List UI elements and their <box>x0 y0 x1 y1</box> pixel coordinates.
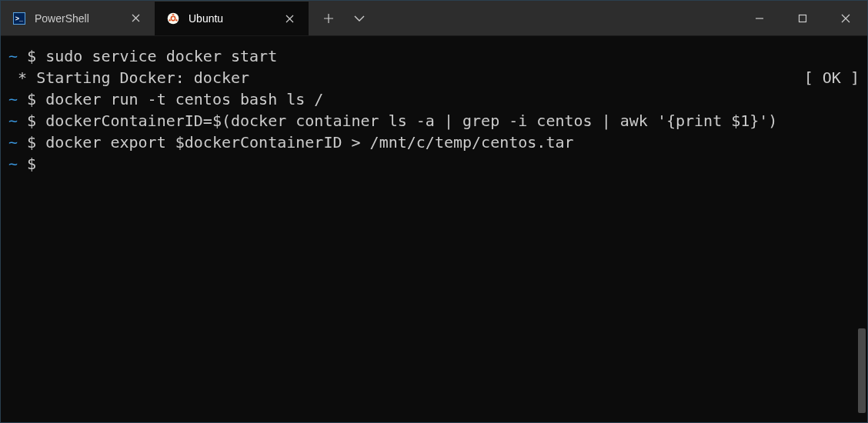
tab-dropdown-button[interactable] <box>346 5 373 32</box>
minimize-button[interactable] <box>738 1 781 35</box>
command-text: dockerContainerID=$(docker container ls … <box>45 112 777 130</box>
prompt-path: ~ <box>8 133 18 152</box>
status-badge: [ OK ] <box>804 67 860 88</box>
tab-ubuntu[interactable]: Ubuntu <box>155 1 309 35</box>
prompt-path: ~ <box>8 47 18 65</box>
titlebar-drag-area[interactable] <box>379 1 738 35</box>
ubuntu-icon <box>167 12 179 25</box>
close-window-button[interactable] <box>824 1 867 35</box>
titlebar: >_ PowerShell Ubuntu <box>1 1 867 36</box>
tabs-container: >_ PowerShell Ubuntu <box>1 1 309 35</box>
close-icon[interactable] <box>282 12 296 25</box>
terminal-line: * Starting Docker: docker[ OK ] <box>8 67 860 88</box>
terminal-line: ~ $ docker run -t centos bash ls / <box>8 88 860 110</box>
command-text: docker run -t centos bash ls / <box>45 90 323 108</box>
svg-point-4 <box>175 19 178 22</box>
terminal-line: ~ $ sudo service docker start <box>8 45 860 67</box>
tab-powershell[interactable]: >_ PowerShell <box>1 1 155 35</box>
prompt-symbol: $ <box>18 155 45 173</box>
terminal-line: ~ $ <box>8 153 860 175</box>
svg-point-2 <box>172 14 175 16</box>
terminal-line: ~ $ docker export $dockerContainerID > /… <box>8 132 860 153</box>
svg-point-3 <box>169 19 171 22</box>
scrollbar-thumb[interactable] <box>858 328 866 413</box>
tab-label: PowerShell <box>35 12 119 25</box>
prompt-path: ~ <box>8 112 18 130</box>
close-icon[interactable] <box>129 12 142 25</box>
terminal-line: ~ $ dockerContainerID=$(docker container… <box>8 110 860 132</box>
prompt-symbol: $ <box>18 112 45 130</box>
new-tab-button[interactable] <box>315 5 342 32</box>
window-controls <box>738 1 867 35</box>
prompt-path: ~ <box>8 90 18 108</box>
powershell-icon: >_ <box>13 12 25 25</box>
output-text: * Starting Docker: docker <box>8 67 249 88</box>
prompt-path: ~ <box>8 155 18 173</box>
tab-label: Ubuntu <box>189 12 273 25</box>
maximize-button[interactable] <box>781 1 824 35</box>
command-text: sudo service docker start <box>45 47 277 65</box>
terminal-area[interactable]: ~ $ sudo service docker start * Starting… <box>1 36 867 422</box>
prompt-symbol: $ <box>18 90 45 108</box>
prompt-symbol: $ <box>18 47 45 65</box>
svg-rect-5 <box>800 15 806 22</box>
prompt-symbol: $ <box>18 133 45 152</box>
tab-actions <box>309 1 379 35</box>
command-text: docker export $dockerContainerID > /mnt/… <box>45 133 573 152</box>
